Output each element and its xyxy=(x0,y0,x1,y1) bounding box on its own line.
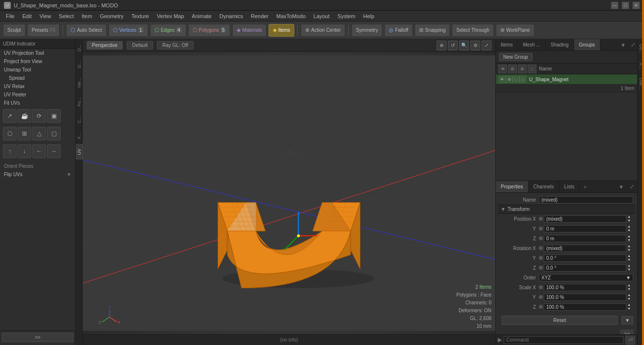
tool-icon-12[interactable]: → xyxy=(47,144,61,158)
prop-scale-y-dot[interactable] xyxy=(539,295,543,299)
right-tab-shading[interactable]: Shading xyxy=(546,39,574,50)
menu-item-file[interactable]: File xyxy=(2,12,19,20)
vp-ctrl-settings[interactable]: ⚙ xyxy=(470,41,480,50)
command-execute-button[interactable]: ⏎ xyxy=(625,336,635,345)
vp-ctrl-rotate[interactable]: ↺ xyxy=(448,41,458,50)
col-icon-eye[interactable]: 👁 xyxy=(498,65,507,73)
vertices-button[interactable]: ⬡ Vertices 1 xyxy=(109,24,148,37)
strip-tab-uv[interactable]: UV xyxy=(76,144,83,160)
menu-item-help[interactable]: Help xyxy=(359,12,378,20)
menu-item-item[interactable]: Item xyxy=(78,12,96,20)
prop-rot-z-arrows[interactable]: ▲ ▼ xyxy=(627,264,633,272)
tool-icon-4[interactable]: ▣ xyxy=(47,109,61,123)
prop-scale-x-dot[interactable] xyxy=(539,285,543,289)
items-button[interactable]: ◈ Items xyxy=(268,24,294,37)
prop-scale-x-value[interactable]: 100.0 % xyxy=(544,284,626,291)
auto-select-button[interactable]: ⬡ Auto Select xyxy=(66,24,106,37)
tool-icon-7[interactable]: △ xyxy=(32,127,46,140)
menu-item-vertex map[interactable]: Vertex Map xyxy=(153,12,188,20)
select-through-button[interactable]: Select Through xyxy=(452,24,494,37)
vp-ctrl-view[interactable]: ⊕ xyxy=(437,41,446,50)
vp-ctrl-expand[interactable]: ⤢ xyxy=(482,41,491,50)
action-center-button[interactable]: ⊕ Action Center xyxy=(301,24,345,37)
falloff-button[interactable]: ◎ Falloff xyxy=(384,24,413,37)
menu-item-render[interactable]: Render xyxy=(247,12,272,20)
edges-button[interactable]: ⬡ Edges 4 xyxy=(150,24,186,37)
tool-icon-5[interactable]: ⬡ xyxy=(3,127,17,140)
rb-tab-channels[interactable]: Channels xyxy=(529,181,559,192)
reset-expand-button[interactable]: ▼ xyxy=(622,316,633,324)
menu-item-edit[interactable]: Edit xyxy=(19,12,36,20)
menu-item-layout[interactable]: Layout xyxy=(310,12,333,20)
uv-peeler-tool[interactable]: UV Peeler xyxy=(0,91,75,99)
polygons-button[interactable]: ⬡ Polygons 5 xyxy=(188,24,231,37)
strip-tab-pol[interactable]: Po... xyxy=(76,93,83,111)
strip-tab-c[interactable]: C... xyxy=(76,112,83,128)
prop-pos-y-arrows[interactable]: ▲ ▼ xyxy=(627,225,633,232)
materials-button[interactable]: ◈ Materials xyxy=(232,24,266,37)
right-tab-expand[interactable]: ▼ xyxy=(618,41,629,49)
prop-scale-y-value[interactable]: 100.0 % xyxy=(544,294,626,301)
menu-item-animate[interactable]: Animate xyxy=(188,12,215,20)
right-panel-expand-btn[interactable]: ⤢ xyxy=(629,41,637,49)
flip-uvs-item[interactable]: Flip UVs ▼ xyxy=(0,170,75,179)
minimize-button[interactable]: — xyxy=(611,1,619,9)
menu-item-geometry[interactable]: Geometry xyxy=(96,12,127,20)
menu-item-maxtomodo[interactable]: MaxToModo xyxy=(272,12,310,20)
rb-tab-properties[interactable]: Properties xyxy=(496,181,529,192)
tool-icon-10[interactable]: ↓ xyxy=(18,144,31,158)
prop-rot-y-arrows[interactable]: ▲ ▼ xyxy=(627,254,633,262)
uv-projection-tool[interactable]: UV Projection Tool xyxy=(0,49,75,57)
snapping-button[interactable]: ⊞ Snapping xyxy=(415,24,450,37)
spread-tool[interactable]: Spread xyxy=(0,74,75,82)
strip-tab-met[interactable]: Me... xyxy=(76,73,83,92)
rb-tab-plus[interactable]: + xyxy=(579,183,590,191)
strip-tab-d1[interactable]: D... xyxy=(76,40,83,56)
right-tab-groups[interactable]: Groups xyxy=(574,39,600,50)
prop-pos-z-dot[interactable] xyxy=(539,236,543,240)
prop-scale-z-dot[interactable] xyxy=(539,305,543,309)
group-eye-icon[interactable]: 👁 xyxy=(499,76,506,83)
prop-position-z-value[interactable]: 0 m xyxy=(544,235,626,242)
viewport-canvas[interactable]: 2 Items Polygons : Face Channels: 0 Defo… xyxy=(83,52,495,334)
prop-rotation-z-value[interactable]: 0.0 ° xyxy=(544,264,626,272)
uv-relax-tool[interactable]: UV Relax xyxy=(0,82,75,91)
tool-icon-9[interactable]: ↑ xyxy=(3,144,17,158)
vp-ctrl-search[interactable]: 🔍 xyxy=(459,41,469,50)
group-lock-icon[interactable]: ⚙ xyxy=(506,76,512,83)
viewport-tab-perspective[interactable]: Perspective xyxy=(87,41,123,49)
unwrap-tool[interactable]: Unwrap Tool xyxy=(0,66,75,74)
fit-uvs-tool[interactable]: Fit UVs xyxy=(0,99,75,107)
prop-rot-z-dot[interactable] xyxy=(539,266,543,270)
tool-icon-1[interactable]: ↗ xyxy=(3,109,17,123)
prop-pos-z-arrows[interactable]: ▲ ▼ xyxy=(627,234,633,242)
menu-item-texture[interactable]: Texture xyxy=(128,12,153,20)
tool-icon-3[interactable]: ⟳ xyxy=(32,109,46,123)
col-icon-render[interactable]: ⚙ xyxy=(518,65,527,73)
workplane-button[interactable]: ⊕ WorkPlane xyxy=(496,24,534,37)
symmetry-button[interactable]: Symmetry xyxy=(352,24,382,37)
project-from-view-tool[interactable]: Project from View xyxy=(0,57,75,66)
strip-tab-f[interactable]: F... xyxy=(76,129,83,143)
tool-icon-2[interactable]: ☕ xyxy=(18,109,31,123)
prop-scale-y-arrows[interactable]: ▲ ▼ xyxy=(627,293,633,301)
group-box-icon[interactable]: □ xyxy=(519,76,526,83)
rb-tab-expand[interactable]: ▼ xyxy=(616,183,627,191)
reset-button[interactable]: Reset xyxy=(502,316,618,325)
nav-forward-button[interactable]: >> xyxy=(621,330,633,334)
menu-item-dynamics[interactable]: Dynamics xyxy=(216,12,247,20)
group-item-umagnet[interactable]: 👁 ⚙ □ □ U_Shape_Magnet xyxy=(496,74,637,85)
tool-icon-8[interactable]: ▢ xyxy=(47,127,61,140)
group-render-icon[interactable]: □ xyxy=(512,76,519,83)
prop-pos-x-dot[interactable] xyxy=(539,217,543,221)
menu-item-system[interactable]: System xyxy=(333,12,359,20)
expand-button[interactable]: >> xyxy=(2,333,73,342)
right-tab-items[interactable]: Items xyxy=(496,39,518,50)
prop-scale-z-arrows[interactable]: ▲ ▼ xyxy=(627,303,633,311)
prop-rotation-y-value[interactable]: 0.0 ° xyxy=(544,254,626,262)
col-icon-lock[interactable]: ⚙ xyxy=(508,65,517,73)
prop-position-x-value[interactable]: (mixed) xyxy=(544,215,626,223)
prop-pos-x-arrows[interactable]: ▲ ▼ xyxy=(627,215,633,223)
command-input[interactable] xyxy=(504,336,623,344)
prop-rot-x-arrows[interactable]: ▲ ▼ xyxy=(627,244,633,252)
